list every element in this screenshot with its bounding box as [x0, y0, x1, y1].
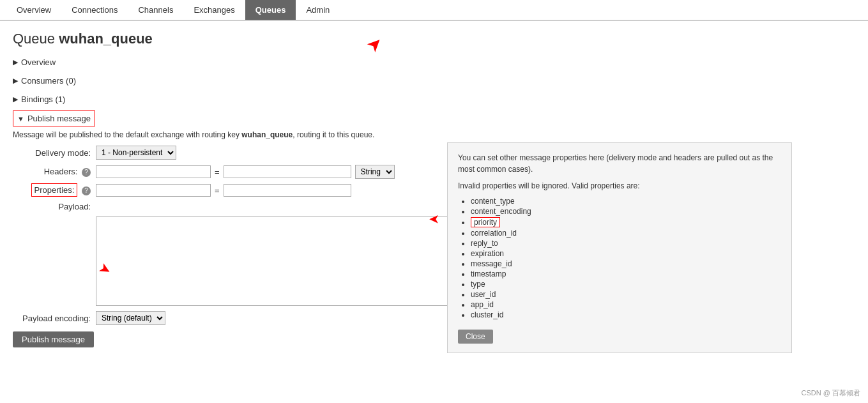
nav-item-overview[interactable]: Overview: [6, 0, 61, 20]
tooltip-prop-expiration: expiration: [471, 249, 781, 258]
headers-value-input[interactable]: [224, 165, 351, 178]
tooltip-prop-app-id: app_id: [471, 300, 781, 309]
tooltip-prop-type: type: [471, 280, 781, 289]
payload-label: Payload:: [13, 202, 96, 211]
tooltip-prop-reply-to: reply_to: [471, 239, 781, 248]
publish-info-text: Message will be published to the default…: [13, 130, 855, 139]
section-bindings-label: Bindings (1): [21, 95, 65, 104]
nav-item-admin[interactable]: Admin: [296, 0, 340, 20]
publish-section-label: Publish message: [27, 114, 91, 123]
section-consumers-header[interactable]: Consumers (0): [13, 73, 855, 88]
properties-value-input[interactable]: [224, 184, 351, 197]
tooltip-text-2: Invalid properties will be ignored. Vali…: [458, 180, 781, 192]
annotation-arrow-3: ➤: [429, 212, 439, 227]
headers-type-select[interactable]: String: [355, 165, 395, 179]
delivery-mode-label: Delivery mode:: [13, 148, 96, 158]
headers-key-input[interactable]: [96, 165, 211, 178]
tooltip-prop-cluster-id: cluster_id: [471, 310, 781, 319]
payload-encoding-label: Payload encoding:: [13, 314, 96, 323]
chevron-right-icon-consumers: [13, 77, 18, 85]
section-overview-label: Overview: [21, 57, 56, 67]
page-title: Queue wuhan_queue: [13, 31, 855, 47]
section-consumers: Consumers (0): [13, 73, 855, 88]
tooltip-prop-content-encoding: content_encoding: [471, 207, 781, 216]
tooltip-prop-timestamp: timestamp: [471, 270, 781, 278]
section-overview-header[interactable]: Overview: [13, 55, 855, 70]
nav-bar: Overview Connections Channels Exchanges …: [0, 0, 868, 21]
page-content: ➤ Queue wuhan_queue Overview Consumers (…: [0, 21, 868, 361]
nav-item-exchanges[interactable]: Exchanges: [183, 0, 245, 20]
tooltip-prop-content-type: content_type: [471, 197, 781, 206]
tooltip-close-button[interactable]: Close: [458, 330, 493, 344]
tooltip-properties-list: content_type content_encoding priority c…: [458, 197, 781, 319]
payload-encoding-select[interactable]: String (default) Base64: [96, 311, 165, 325]
tooltip-prop-correlation-id: correlation_id: [471, 229, 781, 238]
publish-section-header[interactable]: Publish message: [13, 110, 95, 126]
tooltip-prop-priority: priority: [471, 217, 781, 227]
properties-label-text: Properties:: [31, 183, 78, 197]
tooltip-box: You can set other message properties her…: [447, 142, 792, 353]
chevron-right-icon-bindings: [13, 95, 18, 103]
section-overview: Overview: [13, 55, 855, 70]
tooltip-prop-user-id: user_id: [471, 290, 781, 299]
publish-message-button[interactable]: Publish message: [13, 331, 94, 347]
tooltip-text-1: You can set other message properties her…: [458, 152, 781, 175]
tooltip-prop-message-id: message_id: [471, 259, 781, 268]
delivery-mode-select[interactable]: 1 - Non-persistent 2 - Persistent: [96, 146, 176, 160]
chevron-down-icon-publish: [17, 115, 24, 123]
section-consumers-label: Consumers (0): [21, 76, 76, 86]
section-bindings-header[interactable]: Bindings (1): [13, 92, 855, 107]
equals-sign-headers: =: [215, 167, 220, 177]
properties-help-icon[interactable]: ?: [82, 186, 91, 195]
properties-label-wrapper: Properties: ?: [13, 185, 96, 195]
nav-item-channels[interactable]: Channels: [128, 0, 183, 20]
nav-item-queues[interactable]: Queues: [245, 0, 296, 20]
properties-key-input[interactable]: [96, 184, 211, 197]
headers-help-icon[interactable]: ?: [82, 168, 91, 177]
chevron-right-icon: [13, 58, 18, 66]
headers-label: Headers: ?: [13, 167, 96, 177]
nav-item-connections[interactable]: Connections: [61, 0, 128, 20]
equals-sign-properties: =: [215, 186, 220, 195]
section-bindings: Bindings (1): [13, 92, 855, 107]
